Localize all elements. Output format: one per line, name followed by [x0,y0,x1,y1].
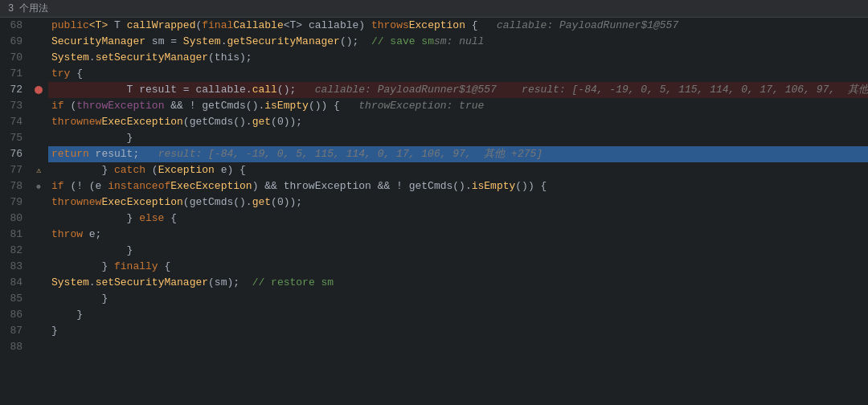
gutter-cell [29,34,48,50]
method-count-bar: 3 个用法 [0,0,868,18]
line-number: 87 [6,323,23,339]
code-line: try { [48,66,868,82]
code-line: } [48,291,868,307]
line-numbers: 6869707172737475767778798081828384858687… [0,18,29,405]
code-lines: public <T> T callWrapped(final Callable<… [48,18,868,405]
gutter-cell [29,18,48,34]
code-area: 6869707172737475767778798081828384858687… [0,18,868,405]
gutter-cell [29,211,48,227]
line-number: 71 [6,66,23,82]
line-number: 82 [6,243,23,259]
code-line: System.setSecurityManager(sm); // restor… [48,275,868,291]
code-line [48,339,868,355]
code-line: return result; result: [-84, -19, 0, 5, … [48,146,868,162]
line-number: 70 [6,50,23,66]
code-line: } [48,323,868,339]
line-number: 78 [6,178,23,194]
code-line: } [48,130,868,146]
gutter-cell [29,259,48,275]
gutter-cell [29,66,48,82]
code-line: System.setSecurityManager(this); [48,50,868,66]
gutter-cell [29,98,48,114]
gutter-cell [29,114,48,130]
gutter-cell [29,323,48,339]
line-number: 86 [6,307,23,323]
line-number: 79 [6,194,23,211]
breakpoint-icon[interactable] [35,86,43,94]
line-number: 77 [6,162,23,178]
gutter-cell [29,243,48,259]
code-line: } [48,243,868,259]
gutter-cell [29,130,48,146]
line-number: 81 [6,227,23,243]
gutter-cell: ⊕ [29,178,48,194]
line-number: 74 [6,114,23,130]
code-line: } catch (Exception e) { [48,162,868,178]
shield-icon: ⊕ [36,182,40,191]
gutter-cell [29,339,48,355]
gutter-cell [29,194,48,211]
line-number: 68 [6,18,23,34]
code-line: throw new ExecException(getCmds().get(0)… [48,114,868,130]
method-count-label: 3 个用法 [8,2,48,15]
code-line: if (! (e instanceof ExecException) && th… [48,178,868,194]
line-number: 83 [6,259,23,275]
line-number: 73 [6,98,23,114]
line-number: 72 [6,82,23,98]
line-number: 76 [6,146,23,162]
gutter-cell [29,82,48,98]
line-number: 84 [6,275,23,291]
gutter-cell [29,146,48,162]
line-number: 69 [6,34,23,50]
gutter-cell [29,291,48,307]
gutter-cell [29,50,48,66]
code-line: } finally { [48,259,868,275]
gutter-cell: ⚠ [29,162,48,178]
line-number: 85 [6,291,23,307]
code-line: } else { [48,211,868,227]
gutter: ⚠⊕ [29,18,48,405]
code-line: throw e; [48,227,868,243]
line-number: 75 [6,130,23,146]
code-line: T result = callable.call(); callable: Pa… [48,82,868,98]
code-line: public <T> T callWrapped(final Callable<… [48,18,868,34]
line-number: 88 [6,339,23,355]
line-number: 80 [6,211,23,227]
warning-icon: ⚠ [36,166,41,175]
code-line: throw new ExecException(getCmds().get(0)… [48,194,868,211]
gutter-cell [29,307,48,323]
gutter-cell [29,275,48,291]
gutter-cell [29,227,48,243]
code-line: SecurityManager sm = System.getSecurityM… [48,34,868,50]
code-line: if (throwException && ! getCmds().isEmpt… [48,98,868,114]
code-editor: 3 个用法 6869707172737475767778798081828384… [0,0,868,405]
code-line: } [48,307,868,323]
